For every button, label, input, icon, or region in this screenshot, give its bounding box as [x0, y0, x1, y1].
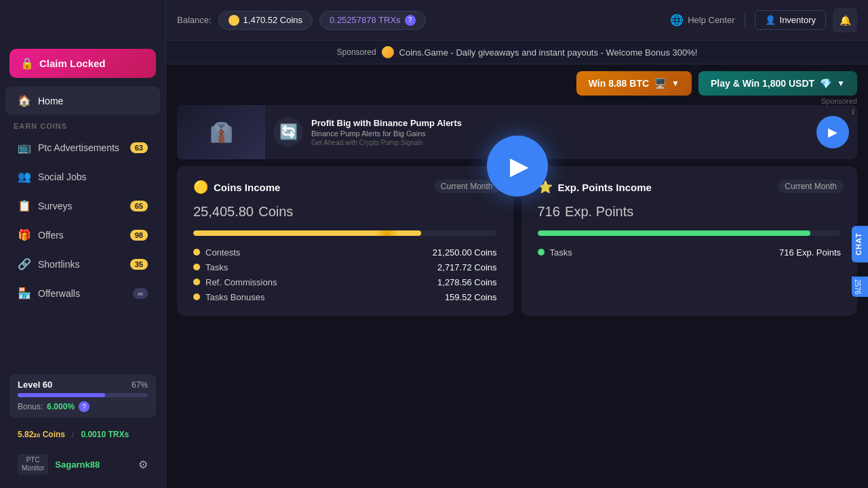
sidebar-item-label: Ptc Advertisements [38, 142, 123, 153]
username-label: Sagarnk88 [55, 460, 132, 470]
sidebar-item-home[interactable]: 🏠 Home [5, 87, 160, 115]
ptc-monitor-label: PTCMonitor [18, 454, 48, 474]
exp-amount-value: 716 [538, 204, 560, 219]
play-button[interactable]: ▶ [487, 136, 548, 197]
ref-label: Ref. Commissions [205, 277, 277, 287]
ad-text: Profit Big with Binance Pump Alerts Bina… [311, 118, 462, 146]
ref-dot [193, 279, 200, 285]
sidebar-item-shortlinks[interactable]: 🔗 Shortlinks 35 [5, 250, 160, 278]
win-usdt-button[interactable]: Play & Win 1,800 USDT 💎 ▼ [698, 71, 857, 96]
settings-icon[interactable]: ⚙ [138, 458, 148, 471]
offerwalls-icon: 🏪 [18, 287, 31, 300]
sidebar-item-label: Home [38, 96, 148, 106]
balance-label: Balance: [177, 15, 212, 25]
coins-income-progress [193, 230, 497, 236]
win-btc-button[interactable]: Win 8.88 BTC 🖥️ ▼ [576, 71, 692, 96]
exp-tasks-dot [538, 249, 545, 256]
cta-usdt-chevron: ▼ [837, 79, 845, 88]
coins-balance-display[interactable]: 1,470.52 Coins [218, 11, 313, 30]
contests-label: Contests [205, 247, 240, 258]
coins-income-icon: 🟡 [193, 180, 208, 195]
ptc-icon: 📺 [18, 141, 31, 154]
sidebar-item-label: Offers [38, 230, 123, 241]
contests-value: 21,250.00 Coins [433, 247, 497, 258]
lock-icon: 🔒 [20, 57, 34, 70]
coins-progress-fill [193, 230, 421, 236]
bell-icon: 🔔 [840, 15, 851, 26]
coins-game-icon [382, 46, 394, 58]
ref-value: 1,278.56 Coins [437, 277, 496, 287]
coins-value: 1,470.52 Coins [243, 15, 302, 25]
usdt-icon: 💎 [820, 78, 831, 89]
bonuses-label: Tasks Bonuses [205, 292, 264, 302]
shortlinks-icon: 🔗 [18, 258, 31, 270]
chat-tab[interactable]: CHAT [852, 226, 868, 262]
coins-amount-value: 25,405.80 [193, 204, 254, 219]
contests-dot [193, 249, 200, 256]
sponsored-tag: Sponsored [337, 47, 376, 57]
surveys-badge: 65 [130, 201, 148, 211]
chat-counter: 2576 [852, 277, 868, 297]
bonuses-dot [193, 293, 200, 300]
trx-balance-display[interactable]: 0.25257878 TRXs ? [319, 11, 426, 30]
help-icon: 🌐 [670, 14, 684, 26]
chat-count: 2576 [854, 279, 861, 294]
coins-amount-unit: Coins [258, 204, 293, 219]
coins-income-card: 🟡 Coins Income Current Month 25,405.80 C… [177, 166, 513, 316]
exp-income-title: Exp. Points Income [558, 182, 652, 193]
bonuses-value: 159.52 Coins [445, 292, 497, 302]
exp-amount-unit: Exp. Points [565, 204, 633, 219]
coins-income-amount: 25,405.80 Coins [193, 200, 497, 221]
sidebar-balance-separator: / [72, 430, 74, 439]
banner-text[interactable]: Coins.Game - Daily giveaways and instant… [399, 47, 698, 58]
inventory-icon: 👤 [765, 15, 776, 25]
bonus-label: Bonus: [18, 402, 43, 411]
usdt-label: Play & Win 1,800 USDT [711, 78, 814, 89]
sidebar-user: PTCMonitor Sagarnk88 ⚙ [9, 449, 156, 480]
btc-label: Win 8.88 BTC [589, 78, 649, 89]
earn-section-label: EARN COINS [0, 115, 165, 133]
level-progress-fill [18, 393, 105, 397]
cta-btc-chevron: ▼ [671, 79, 679, 88]
sidebar-item-offerwalls[interactable]: 🏪 Offerwalls ∞ [5, 279, 160, 307]
sidebar-item-ptc[interactable]: 📺 Ptc Advertisements 63 [5, 134, 160, 161]
coins-income-breakdown: Contests 21,250.00 Coins Tasks 2,717.72 … [193, 247, 497, 302]
level-label: Level 60 [18, 380, 52, 390]
sidebar-item-offers[interactable]: 🎁 Offers 98 [5, 221, 160, 249]
level-progress-bar [18, 393, 148, 397]
trx-info-icon[interactable]: ? [405, 15, 416, 26]
inventory-label: Inventory [780, 15, 816, 25]
surveys-icon: 📋 [18, 199, 31, 212]
exp-income-breakdown: Tasks 716 Exp. Points [538, 247, 842, 258]
exp-income-amount: 716 Exp. Points [538, 200, 842, 221]
level-section: Level 60 67% Bonus: 6.000% ? [9, 374, 156, 418]
shortlinks-badge: 35 [130, 259, 148, 270]
sidebar-item-label: Shortlinks [38, 259, 123, 270]
notification-button[interactable]: 🔔 [833, 8, 857, 33]
trx-value: 0.25257878 TRXs [330, 15, 401, 25]
sidebar-item-label: Offerwalls [38, 288, 126, 299]
bonus-info-icon[interactable]: ? [79, 401, 90, 412]
help-label: Help Center [688, 15, 734, 25]
claim-locked-label: Claim Locked [39, 58, 106, 69]
sidebar-item-surveys[interactable]: 📋 Surveys 65 [5, 192, 160, 220]
cta-sponsored-label: Sponsored [166, 97, 868, 105]
exp-progress-fill [538, 230, 811, 236]
video-overlay: ▶ [487, 136, 548, 197]
sidebar-item-label: Social Jobs [38, 171, 148, 182]
offers-icon: 🎁 [18, 228, 31, 241]
sidebar-item-social[interactable]: 👥 Social Jobs [5, 163, 160, 190]
ad-next-button[interactable]: ▶ [816, 116, 849, 148]
exp-tasks-value: 716 Exp. Points [779, 247, 841, 258]
exp-tasks-label: Tasks [550, 247, 572, 258]
ad-subtitle: Binance Pump Alerts for Big Gains [311, 129, 462, 138]
inventory-button[interactable]: 👤 Inventory [755, 10, 826, 30]
exp-income-card: ⭐ Exp. Points Income Current Month 716 E… [521, 166, 858, 316]
ad-title: Profit Big with Binance Pump Alerts [311, 118, 462, 128]
level-pct: 67% [132, 380, 148, 390]
main-header: Balance: 1,470.52 Coins 0.25257878 TRXs … [166, 0, 868, 41]
tasks-dot [193, 264, 200, 270]
claim-locked-button[interactable]: 🔒 Claim Locked [9, 49, 156, 78]
chat-tab-label: CHAT [854, 232, 863, 256]
help-center-button[interactable]: 🌐 Help Center [670, 14, 734, 26]
